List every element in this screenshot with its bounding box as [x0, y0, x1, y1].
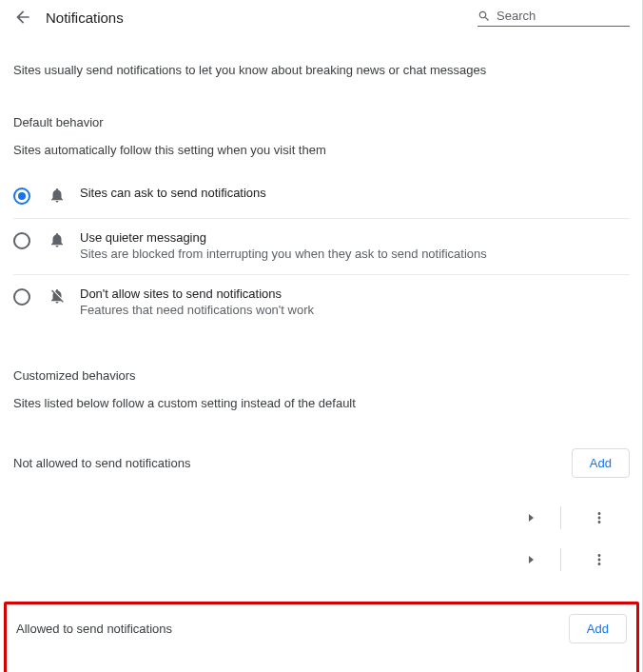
separator: [560, 548, 561, 571]
default-behavior-sub: Sites automatically follow this setting …: [13, 143, 630, 157]
back-button[interactable]: [13, 8, 32, 27]
allowed-header: Allowed to send notifications Add: [16, 614, 627, 643]
radio-button[interactable]: [13, 288, 30, 306]
more-vert-icon: [591, 509, 608, 526]
option-title: Don't allow sites to send notifications: [80, 287, 630, 301]
search-field[interactable]: [477, 9, 630, 27]
search-icon: [477, 9, 491, 24]
bell-off-icon: [48, 287, 67, 306]
not-allowed-list: [13, 497, 630, 581]
radio-button[interactable]: [13, 188, 30, 205]
option-title: Sites can ask to send notifications: [80, 186, 630, 200]
site-row[interactable]: [13, 497, 630, 539]
intro-text: Sites usually send notifications to let …: [13, 63, 630, 77]
option-desc: Features that need notifications won't w…: [80, 303, 630, 317]
arrow-left-icon: [13, 8, 32, 27]
option-desc: Sites are blocked from interrupting you …: [80, 247, 630, 261]
header: Notifications: [0, 0, 643, 30]
option-title: Use quieter messaging: [80, 230, 630, 245]
option-disallow[interactable]: Don't allow sites to send notifications …: [13, 275, 630, 330]
customized-heading: Customized behaviors: [13, 368, 630, 383]
more-button[interactable]: [588, 506, 611, 529]
customized-sub: Sites listed below follow a custom setti…: [13, 396, 630, 410]
allowed-label: Allowed to send notifications: [16, 622, 172, 636]
add-not-allowed-button[interactable]: Add: [572, 448, 630, 478]
allowed-section-highlight: Allowed to send notifications Add No sit…: [4, 602, 639, 672]
add-allowed-button[interactable]: Add: [569, 614, 627, 643]
not-allowed-label: Not allowed to send notifications: [13, 456, 190, 470]
option-ask[interactable]: Sites can ask to send notifications: [13, 174, 630, 219]
chevron-right-icon[interactable]: [529, 556, 534, 563]
separator: [560, 506, 561, 529]
chevron-right-icon[interactable]: [529, 514, 534, 522]
default-behavior-heading: Default behavior: [13, 115, 630, 129]
more-button[interactable]: [588, 548, 611, 571]
not-allowed-header: Not allowed to send notifications Add: [13, 448, 630, 478]
bell-icon: [48, 230, 67, 249]
radio-button[interactable]: [13, 232, 30, 249]
default-behavior-options: Sites can ask to send notifications Use …: [13, 174, 630, 330]
page-title: Notifications: [46, 10, 477, 26]
search-input[interactable]: [497, 9, 630, 23]
site-row[interactable]: [13, 539, 630, 581]
option-quieter[interactable]: Use quieter messaging Sites are blocked …: [13, 219, 630, 275]
more-vert-icon: [591, 551, 608, 568]
bell-icon: [48, 186, 67, 205]
